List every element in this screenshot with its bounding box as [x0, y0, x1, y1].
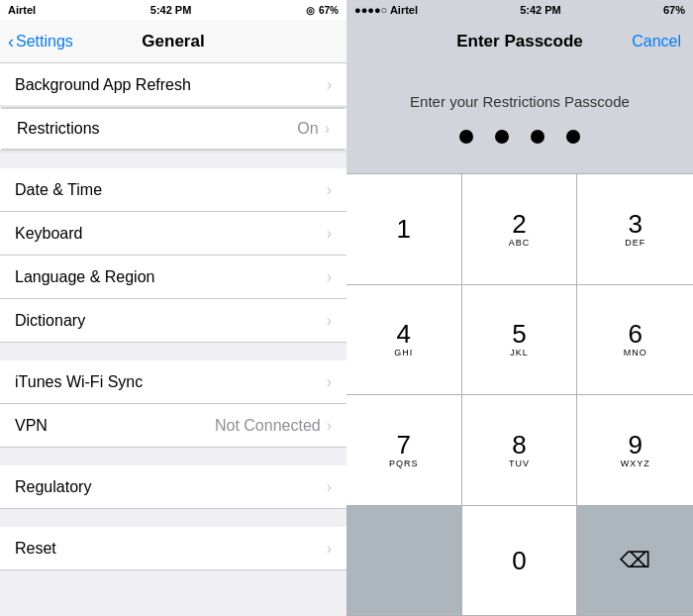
key-9-number: 9: [628, 432, 642, 458]
key-8[interactable]: 8 TUV: [462, 395, 578, 506]
key-6-letters: MNO: [624, 348, 647, 358]
carrier-name-right: Airtel: [390, 4, 418, 16]
chevron-icon-date-time: ›: [327, 181, 332, 199]
key-1-number: 1: [397, 216, 411, 242]
key-4-number: 4: [397, 321, 411, 347]
key-3-letters: DEF: [625, 238, 645, 248]
key-delete[interactable]: ⌫: [577, 506, 693, 617]
key-4[interactable]: 4 GHI: [346, 285, 462, 396]
item-label-regulatory: Regulatory: [15, 478, 327, 496]
item-value-vpn: Not Connected: [215, 417, 321, 435]
key-9[interactable]: 9 WXYZ: [577, 395, 693, 506]
battery-right: 67%: [663, 4, 685, 16]
settings-list: Background App Refresh › Restrictions On…: [0, 63, 346, 616]
item-label-dictionary: Dictionary: [15, 312, 327, 330]
time-left: 5:42 PM: [150, 4, 192, 16]
settings-item-background-app-refresh[interactable]: Background App Refresh ›: [0, 63, 346, 107]
item-label-keyboard: Keyboard: [15, 225, 327, 243]
settings-item-regulatory[interactable]: Regulatory ›: [0, 465, 346, 509]
chevron-icon-keyboard: ›: [327, 225, 332, 243]
key-8-letters: TUV: [509, 459, 530, 468]
settings-item-date-time[interactable]: Date & Time ›: [0, 168, 346, 212]
item-label-date-time: Date & Time: [15, 181, 327, 199]
cancel-button[interactable]: Cancel: [632, 33, 681, 51]
delete-icon: ⌫: [620, 548, 650, 573]
passcode-dot-3: [531, 130, 544, 144]
key-8-number: 8: [512, 432, 526, 458]
key-0[interactable]: 0: [462, 506, 578, 617]
separator-3: [0, 448, 346, 465]
signal-dots: ●●●●○: [354, 4, 387, 16]
carrier-left: Airtel: [8, 4, 36, 16]
key-7-letters: PQRS: [389, 459, 419, 468]
left-panel: Airtel 5:42 PM ◎ 67% ‹ Settings General …: [0, 0, 346, 616]
passcode-area: Enter your Restrictions Passcode: [346, 63, 693, 173]
time-right: 5:42 PM: [520, 4, 561, 16]
settings-item-reset[interactable]: Reset ›: [0, 527, 346, 570]
settings-item-keyboard[interactable]: Keyboard ›: [0, 212, 346, 256]
key-2-letters: ABC: [509, 238, 531, 248]
back-label[interactable]: Settings: [16, 33, 73, 51]
key-0-number: 0: [512, 548, 526, 573]
separator-1: [0, 151, 346, 168]
chevron-icon-restrictions: ›: [325, 120, 330, 138]
key-5[interactable]: 5 JKL: [462, 285, 578, 396]
chevron-icon-language-region: ›: [327, 268, 332, 286]
status-bar-right: ●●●●○ Airtel 5:42 PM 67%: [346, 0, 693, 20]
item-label-language-region: Language & Region: [15, 268, 327, 286]
location-icon: ◎: [306, 5, 315, 16]
key-empty: [346, 506, 462, 617]
item-value-restrictions: On: [297, 120, 318, 138]
passcode-dot-1: [459, 130, 473, 144]
back-button[interactable]: ‹ Settings: [8, 33, 73, 51]
passcode-dot-2: [495, 130, 509, 144]
item-label-itunes-wifi: iTunes Wi-Fi Sync: [15, 373, 327, 391]
item-label-reset: Reset: [15, 540, 327, 558]
nav-title-right: Enter Passcode: [456, 32, 583, 51]
chevron-icon-itunes-wifi: ›: [327, 373, 332, 391]
key-6[interactable]: 6 MNO: [577, 285, 693, 396]
key-4-letters: GHI: [394, 348, 413, 358]
chevron-icon: ›: [327, 76, 332, 94]
settings-item-dictionary[interactable]: Dictionary ›: [0, 299, 346, 343]
key-9-letters: WXYZ: [621, 459, 650, 468]
passcode-prompt: Enter your Restrictions Passcode: [410, 93, 630, 110]
settings-item-language-region[interactable]: Language & Region ›: [0, 256, 346, 299]
right-panel: ●●●●○ Airtel 5:42 PM 67% Enter Passcode …: [346, 0, 693, 616]
chevron-icon-vpn: ›: [327, 417, 332, 435]
item-label-background-app-refresh: Background App Refresh: [15, 76, 327, 94]
key-1[interactable]: 1: [346, 174, 462, 285]
battery-left: ◎ 67%: [306, 5, 339, 16]
key-7[interactable]: 7 PQRS: [346, 395, 462, 506]
key-3[interactable]: 3 DEF: [577, 174, 693, 285]
key-2-number: 2: [512, 211, 526, 237]
settings-item-vpn[interactable]: VPN Not Connected ›: [0, 404, 346, 448]
settings-item-restrictions[interactable]: Restrictions On ›: [0, 107, 346, 151]
carrier-right: ●●●●○ Airtel: [354, 4, 418, 16]
key-5-letters: JKL: [510, 348, 529, 358]
settings-item-itunes-wifi[interactable]: iTunes Wi-Fi Sync ›: [0, 360, 346, 404]
battery-percent-left: 67%: [319, 5, 339, 16]
nav-bar-left: ‹ Settings General: [0, 20, 346, 63]
passcode-dots: [459, 130, 580, 144]
chevron-icon-reset: ›: [327, 540, 332, 558]
key-7-number: 7: [397, 432, 411, 458]
key-6-number: 6: [628, 321, 642, 347]
separator-2: [0, 343, 346, 360]
key-3-number: 3: [628, 211, 642, 237]
separator-4: [0, 509, 346, 527]
chevron-icon-dictionary: ›: [327, 312, 332, 330]
key-5-number: 5: [512, 321, 526, 347]
passcode-dot-4: [566, 130, 580, 144]
key-2[interactable]: 2 ABC: [462, 174, 578, 285]
item-label-restrictions: Restrictions: [17, 120, 297, 138]
item-label-vpn: VPN: [15, 417, 215, 435]
nav-bar-right: Enter Passcode Cancel: [346, 20, 693, 63]
keypad: 1 2 ABC 3 DEF 4 GHI 5 JKL 6 MNO 7 PQRS: [346, 173, 693, 616]
back-chevron-icon: ‹: [8, 33, 14, 51]
chevron-icon-regulatory: ›: [327, 478, 332, 496]
status-bar-left: Airtel 5:42 PM ◎ 67%: [0, 0, 346, 20]
nav-title-left: General: [142, 32, 204, 51]
